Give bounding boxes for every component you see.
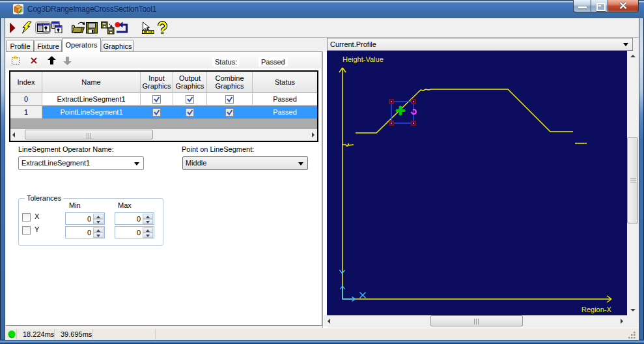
svg-text:Region-X: Region-X	[581, 306, 612, 313]
svg-text:Height-Value: Height-Value	[343, 55, 384, 63]
